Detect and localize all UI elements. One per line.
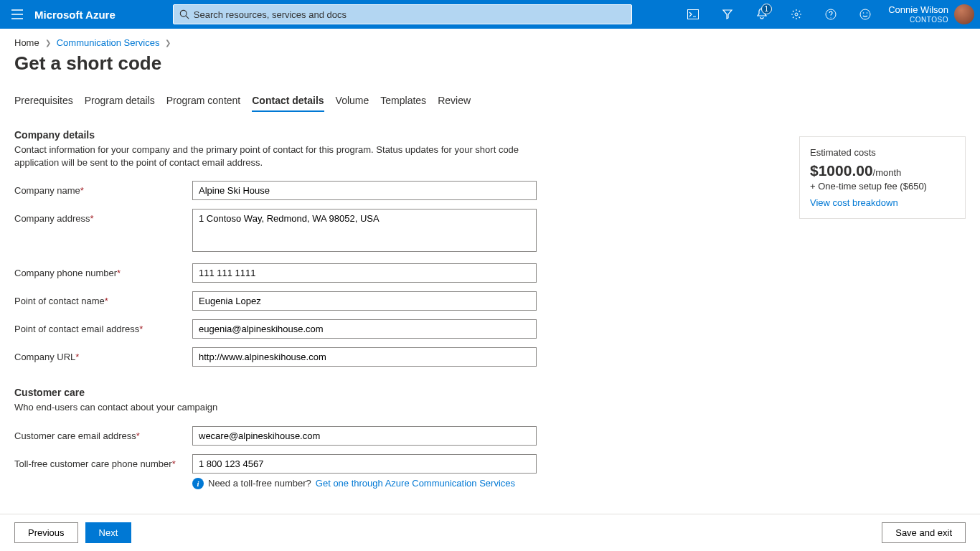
notification-badge: 1 bbox=[761, 4, 773, 14]
svg-point-3 bbox=[795, 13, 798, 16]
svg-point-7 bbox=[867, 12, 868, 14]
search-input[interactable] bbox=[189, 9, 626, 20]
settings-button[interactable] bbox=[779, 0, 814, 29]
account-directory: CONTOSO bbox=[888, 16, 948, 24]
footer-bar: Previous Next Save and exit bbox=[0, 514, 980, 551]
poc-name-input[interactable] bbox=[192, 291, 537, 311]
search-box[interactable] bbox=[173, 4, 632, 24]
save-and-exit-button[interactable]: Save and exit bbox=[882, 522, 966, 543]
account-menu[interactable]: Connie Wilson CONTOSO bbox=[882, 4, 980, 24]
tab-program-content[interactable]: Program content bbox=[166, 95, 241, 112]
tab-program-details[interactable]: Program details bbox=[85, 95, 155, 112]
company-address-input[interactable]: 1 Contoso Way, Redmond, WA 98052, USA bbox=[192, 209, 537, 252]
label-cc-email: Customer care email address* bbox=[14, 426, 192, 441]
breadcrumb-service[interactable]: Communication Services bbox=[57, 37, 160, 48]
tab-contact-details[interactable]: Contact details bbox=[252, 95, 324, 112]
directories-button[interactable] bbox=[710, 0, 745, 29]
page-title: Get a short code bbox=[14, 52, 966, 75]
label-company-address: Company address* bbox=[14, 209, 192, 224]
top-bar: Microsoft Azure 1 Connie Wilson C bbox=[0, 0, 980, 29]
label-poc-email: Point of contact email address* bbox=[14, 319, 192, 334]
previous-button[interactable]: Previous bbox=[14, 522, 78, 543]
company-phone-input[interactable] bbox=[192, 263, 537, 283]
label-poc-name: Point of contact name* bbox=[14, 291, 192, 306]
cloud-shell-icon bbox=[687, 9, 699, 19]
label-cc-phone: Toll-free customer care phone number* bbox=[14, 454, 192, 469]
toll-free-info: i Need a toll-free number? Get one throu… bbox=[192, 478, 537, 489]
tab-prerequisites[interactable]: Prerequisites bbox=[14, 95, 73, 112]
account-name: Connie Wilson bbox=[888, 4, 948, 16]
tab-review[interactable]: Review bbox=[438, 95, 471, 112]
gear-icon bbox=[791, 9, 802, 20]
help-button[interactable] bbox=[814, 0, 848, 29]
estimated-costs-card: Estimated costs $1000.00/month + One-tim… bbox=[799, 136, 966, 219]
section-desc-customer-care: Who end-users can contact about your cam… bbox=[14, 401, 531, 414]
cc-phone-input[interactable] bbox=[192, 454, 537, 474]
product-name[interactable]: Microsoft Azure bbox=[34, 9, 130, 21]
help-icon bbox=[825, 9, 837, 20]
notifications-button[interactable]: 1 bbox=[745, 0, 779, 29]
cc-email-input[interactable] bbox=[192, 426, 537, 446]
label-company-url: Company URL* bbox=[14, 347, 192, 362]
cost-period: /month bbox=[873, 167, 902, 178]
cloud-shell-button[interactable] bbox=[676, 0, 710, 29]
svg-rect-2 bbox=[688, 10, 699, 19]
tabs: Prerequisites Program details Program co… bbox=[14, 95, 966, 112]
company-url-input[interactable] bbox=[192, 347, 537, 367]
chevron-right-icon: ❯ bbox=[165, 39, 171, 47]
cost-amount: $1000.00 bbox=[810, 162, 873, 179]
next-button[interactable]: Next bbox=[85, 522, 132, 543]
company-name-input[interactable] bbox=[192, 181, 537, 200]
poc-email-input[interactable] bbox=[192, 319, 537, 339]
svg-point-0 bbox=[180, 10, 187, 17]
cost-setup-fee: + One-time setup fee ($650) bbox=[810, 181, 955, 192]
tab-volume[interactable]: Volume bbox=[336, 95, 369, 112]
breadcrumb-home[interactable]: Home bbox=[14, 37, 39, 48]
feedback-button[interactable] bbox=[848, 0, 882, 29]
filter-icon bbox=[722, 9, 733, 20]
toll-free-info-text: Need a toll-free number? bbox=[208, 478, 311, 489]
info-icon: i bbox=[192, 478, 204, 489]
search-wrap bbox=[173, 4, 632, 24]
section-title-customer-care: Customer care bbox=[14, 387, 966, 398]
svg-point-5 bbox=[860, 9, 870, 19]
search-icon bbox=[179, 9, 189, 19]
toll-free-info-link[interactable]: Get one through Azure Communication Serv… bbox=[316, 478, 515, 489]
top-toolbar-icons: 1 bbox=[676, 0, 882, 29]
menu-toggle-button[interactable] bbox=[0, 0, 34, 29]
cost-breakdown-link[interactable]: View cost breakdown bbox=[810, 197, 898, 208]
avatar bbox=[954, 4, 974, 24]
hamburger-icon bbox=[11, 9, 23, 19]
svg-line-1 bbox=[186, 16, 189, 19]
breadcrumb: Home ❯ Communication Services ❯ bbox=[14, 37, 966, 48]
label-company-name: Company name* bbox=[14, 181, 192, 196]
smile-icon bbox=[859, 9, 871, 20]
label-company-phone: Company phone number* bbox=[14, 263, 192, 278]
tab-templates[interactable]: Templates bbox=[380, 95, 426, 112]
chevron-right-icon: ❯ bbox=[45, 39, 51, 47]
svg-point-6 bbox=[863, 12, 864, 14]
section-desc-company: Contact information for your company and… bbox=[14, 143, 531, 169]
cost-title: Estimated costs bbox=[810, 147, 955, 158]
